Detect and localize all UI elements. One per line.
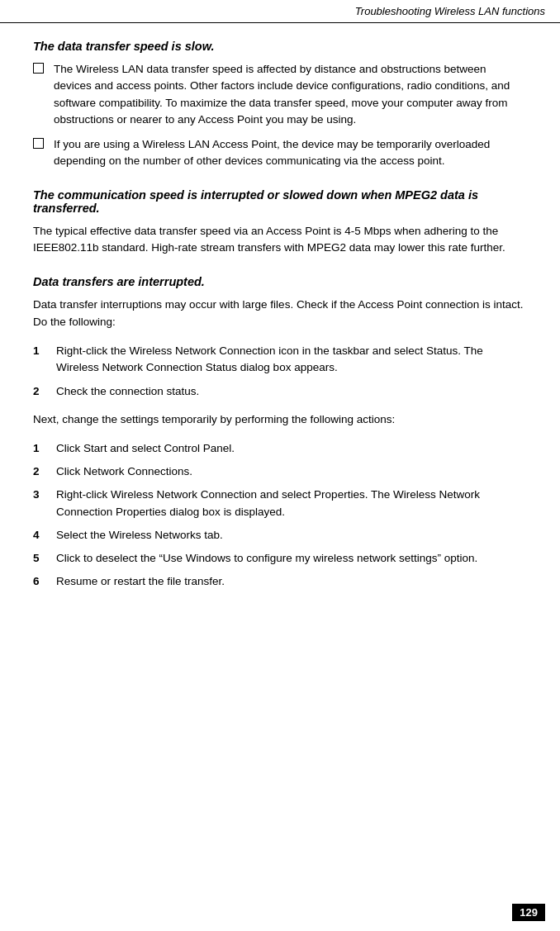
section-interrupted-title: Data transfers are interrupted. [33, 275, 527, 288]
step-text-4b: Select the Wireless Networks tab. [56, 527, 527, 544]
list-item: 1 Click Start and select Control Panel. [33, 440, 527, 457]
step-num-2b: 2 [33, 463, 56, 480]
mpeg2-body: The typical effective data transfer spee… [33, 223, 527, 258]
step-num-3b: 3 [33, 487, 56, 503]
list-item: 2 Check the connection status. [33, 383, 527, 400]
section-mpeg2: The communication speed is interrupted o… [33, 188, 527, 258]
step-num-4b: 4 [33, 527, 56, 544]
list-item: 4 Select the Wireless Networks tab. [33, 527, 527, 544]
steps-first-list: 1 Right-click the Wireless Network Conne… [33, 343, 527, 400]
step-text-2a: Check the connection status. [56, 383, 527, 400]
list-item: 1 Right-click the Wireless Network Conne… [33, 343, 527, 377]
section-slow-transfer-title: The data transfer speed is slow. [33, 40, 527, 53]
page-content: The data transfer speed is slow. The Wir… [0, 40, 560, 652]
step-text-5b: Click to deselect the “Use Windows to co… [56, 550, 527, 567]
list-item: 2 Click Network Connections. [33, 463, 527, 480]
header-title: Troubleshooting Wireless LAN functions [355, 5, 545, 17]
list-item: The Wireless LAN data transfer speed is … [33, 61, 527, 128]
middle-text: Next, change the settings temporarily by… [33, 411, 527, 429]
step-text-1b: Click Start and select Control Panel. [56, 440, 527, 457]
step-num-1b: 1 [33, 440, 56, 457]
slow-transfer-bullets: The Wireless LAN data transfer speed is … [33, 61, 527, 170]
section-mpeg2-title: The communication speed is interrupted o… [33, 188, 527, 215]
list-item: 6 Resume or restart the file transfer. [33, 573, 527, 590]
bullet-text-1: The Wireless LAN data transfer speed is … [54, 61, 527, 128]
checkbox-icon [33, 63, 44, 74]
step-text-1a: Right-click the Wireless Network Connect… [56, 343, 527, 377]
steps-second-list: 1 Click Start and select Control Panel. … [33, 440, 527, 591]
page-number: 129 [512, 904, 545, 921]
bullet-text-2: If you are using a Wireless LAN Access P… [54, 136, 527, 170]
step-num-1a: 1 [33, 343, 56, 359]
checkbox-icon [33, 138, 44, 149]
interrupted-intro: Data transfer interruptions may occur wi… [33, 297, 527, 331]
section-slow-transfer: The data transfer speed is slow. The Wir… [33, 40, 527, 170]
step-text-2b: Click Network Connections. [56, 463, 527, 480]
list-item: 5 Click to deselect the “Use Windows to … [33, 550, 527, 567]
step-text-6b: Resume or restart the file transfer. [56, 573, 527, 590]
step-num-6b: 6 [33, 573, 56, 590]
step-num-5b: 5 [33, 550, 56, 567]
page-header: Troubleshooting Wireless LAN functions [0, 0, 560, 23]
section-interrupted: Data transfers are interrupted. Data tra… [33, 275, 527, 590]
list-item: 3 Right-click Wireless Network Connectio… [33, 487, 527, 520]
step-num-2a: 2 [33, 383, 56, 400]
list-item: If you are using a Wireless LAN Access P… [33, 136, 527, 170]
step-text-3b: Right-click Wireless Network Connection … [56, 487, 527, 520]
